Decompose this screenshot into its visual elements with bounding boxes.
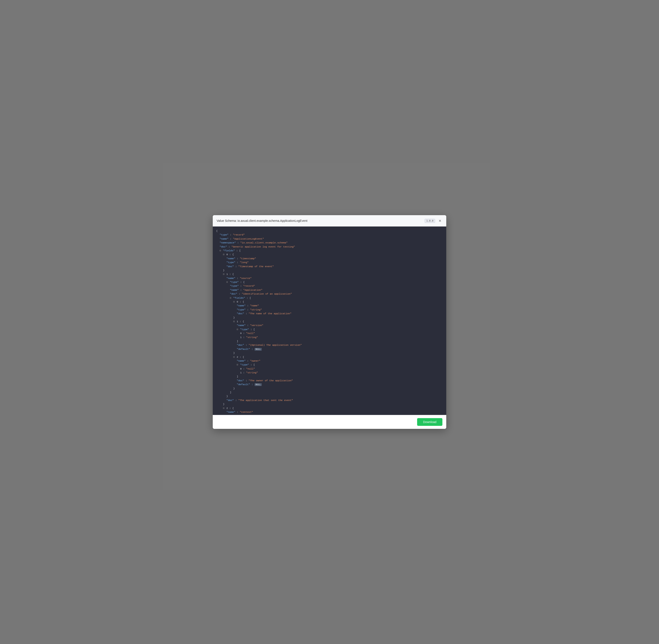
toggle-icon[interactable]: ⊟ xyxy=(226,280,229,284)
schema-modal: Value Schema: io.axual.client.example.sc… xyxy=(213,215,446,429)
null-badge: NULL xyxy=(255,383,262,386)
line-content: 0 : { xyxy=(226,253,234,256)
download-button[interactable]: Download xyxy=(417,418,442,426)
json-line: "doc" : "Timestamp of the event" xyxy=(216,264,443,269)
line-content: "name" : "timestamp" xyxy=(226,257,256,260)
line-content: "doc" : "Identification of an applicatio… xyxy=(230,292,292,296)
json-line: "name" : "ApplicationLogEvent" xyxy=(216,237,443,241)
json-line: 1 : "string" xyxy=(216,371,443,375)
line-content: "fields" : [ xyxy=(233,296,251,300)
json-line: "name" : "Application" xyxy=(216,288,443,292)
toggle-icon[interactable]: ⊟ xyxy=(223,272,226,276)
json-line: { xyxy=(216,229,443,233)
toggle-icon[interactable]: ⊟ xyxy=(223,406,226,410)
line-content: "doc" : "The owner of the application" xyxy=(237,379,293,383)
json-line: "name" : "owner" xyxy=(216,359,443,363)
json-line: } xyxy=(216,269,443,272)
json-line: "name" : "context" xyxy=(216,410,443,414)
json-line: ⊟ 1 : { xyxy=(216,320,443,323)
json-line: ] xyxy=(216,339,443,343)
json-line: "type" : "record" xyxy=(216,233,443,237)
line-content: "default" : NULL xyxy=(237,347,262,351)
version-badge: 1.0.0 xyxy=(425,219,435,223)
json-line: ⊟ 2 : { xyxy=(216,406,443,410)
json-line: "default" : NULL xyxy=(216,383,443,387)
line-content: ] xyxy=(237,375,238,378)
line-content: "type" : { xyxy=(230,280,245,284)
line-content: 2 : { xyxy=(226,406,234,410)
json-line: ⊟ 0 : { xyxy=(216,300,443,304)
line-content: 1 : "string" xyxy=(240,336,258,339)
line-content: "default" : NULL xyxy=(237,383,262,387)
json-line: "name" : "version" xyxy=(216,323,443,327)
toggle-icon[interactable]: ⊟ xyxy=(233,300,236,304)
json-line: "doc" : "Identification of an applicatio… xyxy=(216,292,443,296)
line-content: "type" : "string" xyxy=(237,308,262,312)
line-content: "type" : [ xyxy=(240,363,255,367)
line-content: { xyxy=(216,229,218,233)
json-line: "namespace" : "io.axual.client.example.s… xyxy=(216,241,443,245)
toggle-icon[interactable]: ⊟ xyxy=(233,320,236,323)
json-line: "default" : NULL xyxy=(216,347,443,351)
toggle-icon[interactable]: ⊟ xyxy=(223,253,226,256)
toggle-icon[interactable]: ⊟ xyxy=(237,363,240,367)
json-line: ⊟ "type" : [ xyxy=(216,363,443,367)
line-content: "type" : { xyxy=(230,414,245,415)
line-content: "name" : "ApplicationLogEvent" xyxy=(220,237,264,241)
line-content: "type" : "long" xyxy=(226,260,249,264)
json-line: ⊟ "type" : { xyxy=(216,414,443,415)
modal-overlay: Value Schema: io.axual.client.example.sc… xyxy=(0,0,659,644)
line-content: } xyxy=(226,394,228,398)
line-content: "name" : "version" xyxy=(237,323,263,327)
close-button[interactable]: ✕ xyxy=(437,218,442,223)
json-line: ] xyxy=(216,375,443,378)
line-content: } xyxy=(233,316,235,320)
toggle-icon[interactable]: ⊟ xyxy=(230,296,233,300)
json-line: "type" : "record" xyxy=(216,284,443,288)
line-content: "doc" : "Timestamp of the event" xyxy=(226,264,274,269)
json-line: "type" : "long" xyxy=(216,260,443,264)
json-line: } xyxy=(216,316,443,320)
null-badge: NULL xyxy=(255,348,262,351)
toggle-icon[interactable]: ⊟ xyxy=(220,249,223,253)
json-line: } xyxy=(216,394,443,398)
toggle-icon[interactable]: ⊟ xyxy=(237,327,240,331)
json-line: } xyxy=(216,387,443,391)
json-line: ⊟ 0 : { xyxy=(216,253,443,256)
toggle-icon[interactable]: ⊟ xyxy=(226,414,229,415)
modal-body[interactable]: {"type" : "record""name" : "ApplicationL… xyxy=(213,227,446,415)
line-content: "namespace" : "io.axual.client.example.s… xyxy=(220,241,287,245)
json-line: "doc" : "The name of the application" xyxy=(216,312,443,316)
modal-footer: Download xyxy=(213,415,446,429)
json-line: "name" : "name" xyxy=(216,304,443,308)
line-content: "doc" : "(Optional) The application vers… xyxy=(237,343,302,347)
json-line: "name" : "timestamp" xyxy=(216,257,443,260)
json-line: "doc" : "Generic application log event f… xyxy=(216,245,443,249)
line-content: "name" : "name" xyxy=(237,304,259,308)
line-content: "doc" : "The name of the application" xyxy=(237,312,291,316)
json-line: ⊟ "type" : { xyxy=(216,280,443,284)
line-content: "type" : [ xyxy=(240,327,255,331)
close-icon: ✕ xyxy=(439,219,441,223)
line-content: "name" : "owner" xyxy=(237,359,260,363)
json-line: "name" : "source" xyxy=(216,276,443,280)
json-line: ⊟ 2 : { xyxy=(216,355,443,359)
json-line: ⊟ "fields" : [ xyxy=(216,249,443,253)
json-line: ⊟ 1 : { xyxy=(216,272,443,276)
line-content: } xyxy=(223,402,224,406)
json-line: "type" : "string" xyxy=(216,308,443,312)
json-line: "doc" : "The owner of the application" xyxy=(216,379,443,383)
line-content: "doc" : "The application that sent the e… xyxy=(226,398,293,402)
toggle-icon[interactable]: ⊟ xyxy=(233,355,236,359)
json-line: 0 : "null" xyxy=(216,367,443,371)
line-content: "fields" : [ xyxy=(223,249,241,253)
line-content: ] xyxy=(237,339,238,343)
line-content: 1 : { xyxy=(226,272,234,276)
json-line: "doc" : "The application that sent the e… xyxy=(216,398,443,402)
json-line: } xyxy=(216,351,443,355)
line-content: "doc" : "Generic application log event f… xyxy=(220,245,295,249)
line-content: 1 : "string" xyxy=(240,371,258,375)
json-line: "doc" : "(Optional) The application vers… xyxy=(216,343,443,347)
line-content: "name" : "context" xyxy=(226,410,253,414)
modal-title: Value Schema: io.axual.client.example.sc… xyxy=(217,219,422,223)
